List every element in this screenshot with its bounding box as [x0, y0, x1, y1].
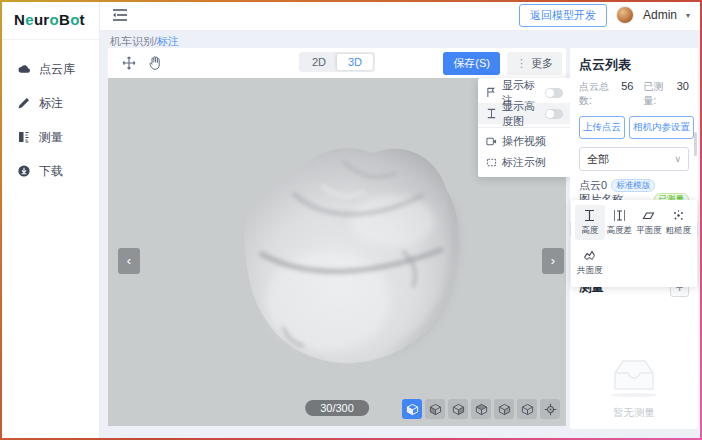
view-front-button[interactable] [425, 399, 445, 419]
view-top-button[interactable] [517, 399, 537, 419]
image-pager-badge: 30/300 [305, 400, 369, 416]
panel-stats: 点云总数:56 已测量:30 [579, 80, 689, 108]
toggle-3d-button[interactable]: 3D [337, 54, 373, 70]
pen-icon [17, 96, 31, 110]
breadcrumb-current: 标注 [157, 35, 179, 47]
more-button[interactable]: ⋮更多 [507, 52, 562, 75]
cube-icon [429, 403, 442, 416]
tooth-3d-model[interactable] [225, 133, 467, 367]
video-icon [486, 136, 497, 147]
flag-icon [486, 87, 497, 98]
panel-buttons: 上传点云 相机内参设置 [579, 116, 689, 139]
height-diff-icon [613, 209, 626, 222]
list-item[interactable]: 点云0 标准模版 [579, 178, 689, 193]
viewer-toolbar: 2D 3D 保存(S) ⋮更多 [108, 48, 566, 78]
measured-label: 已测量: [643, 80, 672, 108]
breadcrumb: 机车识别/标注 [110, 34, 179, 49]
sidebar-item-annotation[interactable]: 标注 [0, 86, 99, 120]
sidebar-item-label: 点云库 [39, 61, 75, 78]
filter-select[interactable]: 全部 ∨ [579, 147, 689, 171]
app-window: NeuroBot 点云库 标注 测量 下载 返回模型开发 [0, 0, 702, 440]
tool-height[interactable]: 高度 [575, 205, 605, 240]
cube-icon [406, 403, 419, 416]
save-button[interactable]: 保存(S) [443, 52, 500, 75]
menu-item-annotation-example[interactable]: 标注示例 [478, 152, 571, 173]
user-avatar[interactable] [616, 6, 634, 24]
back-to-model-dev-button[interactable]: 返回模型开发 [519, 4, 607, 27]
menu-fold-icon[interactable] [113, 9, 127, 21]
cube-icon [498, 403, 511, 416]
sidebar-item-label: 测量 [39, 129, 63, 146]
toolbar-actions: 保存(S) ⋮更多 [443, 52, 562, 75]
tool-coplanarity[interactable]: 共面度 [575, 245, 605, 280]
dimension-toggle: 2D 3D [299, 52, 375, 72]
list-scrollbar[interactable] [694, 132, 697, 156]
view-back-button[interactable] [448, 399, 468, 419]
tools-grid: 高度 高度差 平面度 粗糙度 共面度 [575, 205, 693, 280]
sidebar-menu: 点云库 标注 测量 下载 [0, 52, 99, 188]
view-right-button[interactable] [494, 399, 514, 419]
height-icon [486, 108, 497, 119]
toggle-2d-button[interactable]: 2D [301, 54, 337, 70]
frame-icon [486, 157, 497, 168]
logo-text: N [14, 11, 25, 28]
tool-label: 共面度 [577, 265, 603, 277]
header-right: 返回模型开发 Admin ▾ [519, 4, 690, 27]
more-dots-icon: ⋮ [516, 57, 527, 70]
username[interactable]: Admin [643, 8, 677, 22]
total-label: 点云总数: [579, 80, 617, 108]
app-logo: NeuroBot [0, 0, 99, 40]
caret-down-icon[interactable]: ▾ [686, 11, 690, 20]
menu-item-operation-video[interactable]: 操作视频 [478, 131, 571, 152]
reset-view-button[interactable] [540, 399, 560, 419]
tool-roughness[interactable]: 粗糙度 [664, 205, 694, 240]
flatness-icon [642, 209, 655, 222]
empty-text: 暂无测量 [570, 406, 698, 420]
coplanarity-icon [583, 249, 596, 262]
sidebar-item-download[interactable]: 下载 [0, 154, 99, 188]
menu-item-label: 操作视频 [502, 134, 546, 149]
sidebar-item-measure[interactable]: 测量 [0, 120, 99, 154]
ruler-icon [17, 130, 31, 144]
move-tool-icon[interactable] [121, 55, 137, 71]
upload-pointcloud-button[interactable]: 上传点云 [579, 116, 625, 139]
pan-hand-icon[interactable] [147, 55, 163, 71]
panel-title: 点云列表 [579, 56, 689, 74]
sidebar-item-pointcloud-library[interactable]: 点云库 [0, 52, 99, 86]
camera-params-button[interactable]: 相机内参设置 [629, 116, 694, 139]
tool-label: 高度差 [607, 225, 633, 237]
total-value: 56 [621, 80, 633, 92]
locate-icon [544, 403, 557, 416]
item-name: 点云0 [579, 178, 607, 193]
logo-text: ur [34, 11, 50, 28]
menu-item-show-heightmap[interactable]: 显示高度图 [478, 103, 571, 124]
view-iso-button[interactable] [402, 399, 422, 419]
chevron-down-icon: ∨ [674, 154, 681, 164]
more-dropdown-menu: 显示标注 显示高度图 操作视频 标注示例 [478, 78, 571, 177]
height-icon [583, 209, 596, 222]
cube-icon [452, 403, 465, 416]
measure-tools-popup: 高度 高度差 平面度 粗糙度 共面度 [571, 200, 697, 287]
show-heightmap-toggle[interactable] [545, 109, 563, 119]
tool-height-diff[interactable]: 高度差 [605, 205, 635, 240]
breadcrumb-parent[interactable]: 机车识别 [110, 35, 154, 47]
tool-label: 高度 [581, 225, 598, 237]
cube-icon [521, 403, 534, 416]
menu-item-label: 标注示例 [502, 155, 546, 170]
more-label: 更多 [531, 56, 553, 71]
logo-gear-icon: o [70, 11, 79, 28]
next-image-button[interactable]: › [542, 248, 564, 274]
template-badge: 标准模版 [611, 179, 655, 192]
tool-flatness[interactable]: 平面度 [634, 205, 664, 240]
show-annotation-toggle[interactable] [545, 88, 563, 98]
sidebar-item-label: 下载 [39, 163, 63, 180]
logo-gear-icon: o [50, 11, 59, 28]
cube-icon [475, 403, 488, 416]
view-left-button[interactable] [471, 399, 491, 419]
prev-image-button[interactable]: ‹ [118, 248, 140, 274]
sidebar-item-label: 标注 [39, 95, 63, 112]
menu-item-label: 显示高度图 [502, 99, 540, 129]
measured-value: 30 [677, 80, 689, 92]
sidebar: NeuroBot 点云库 标注 测量 下载 [0, 0, 100, 440]
logo-gear-icon: e [25, 11, 34, 28]
